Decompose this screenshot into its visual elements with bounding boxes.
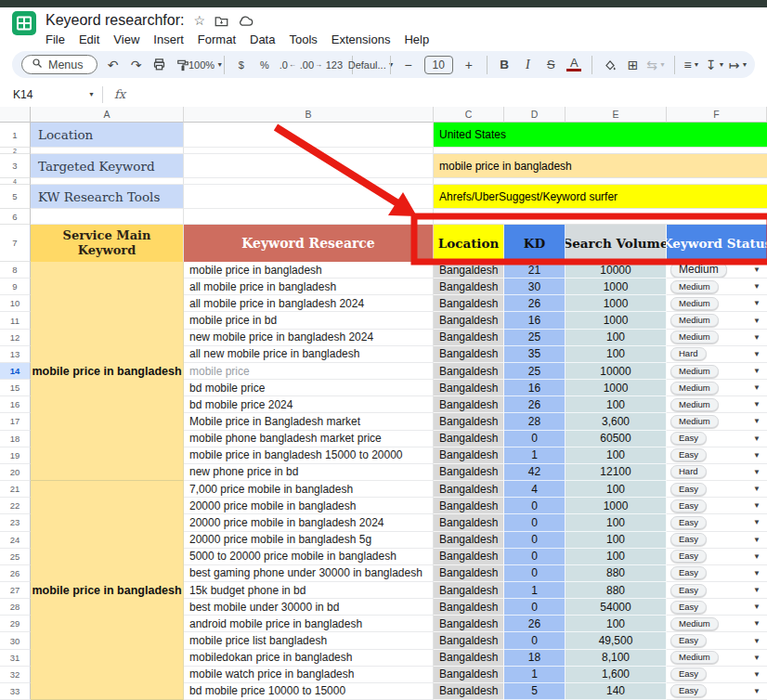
cell-search-volume[interactable]: 10000	[566, 262, 667, 279]
dropdown-arrow-icon[interactable]: ▼	[753, 687, 760, 695]
cell-kd[interactable]: 26	[504, 396, 566, 413]
cell-keyword[interactable]: mobile price	[184, 363, 434, 380]
row-number[interactable]: 1	[0, 123, 31, 148]
cell-keyword[interactable]: bd mobile price	[184, 380, 434, 396]
cell-keyword[interactable]: 5000 to 20000 price mobile in bangladesh	[184, 549, 434, 565]
cell-search-volume[interactable]: 8,100	[566, 650, 667, 667]
status-dropdown[interactable]: Easy	[670, 448, 707, 461]
cell-location[interactable]: Bangaldesh	[434, 481, 504, 498]
dropdown-arrow-icon[interactable]: ▼	[753, 350, 760, 358]
status-dropdown[interactable]: Medium	[670, 280, 719, 293]
status-dropdown[interactable]: Medium	[670, 382, 719, 395]
row-number[interactable]: 14	[0, 363, 31, 380]
column-header-d[interactable]: D	[504, 107, 566, 123]
status-dropdown[interactable]: Medium	[670, 617, 719, 630]
status-dropdown[interactable]: Hard	[670, 465, 707, 478]
dropdown-arrow-icon[interactable]: ▼	[753, 317, 760, 325]
decrease-decimal-button[interactable]: .0←	[280, 59, 295, 71]
cell-kw-research-tools-value[interactable]: Ahrefs/UberSuggest/Keyword surfer	[434, 185, 767, 209]
cell-kd[interactable]: 0	[504, 498, 566, 514]
row-number[interactable]: 11	[0, 312, 31, 329]
menu-edit[interactable]: Edit	[79, 32, 99, 46]
cell-kd[interactable]: 30	[504, 279, 566, 295]
cell-location[interactable]: Bangaldesh	[434, 498, 504, 514]
cell-location[interactable]: Bangaldesh	[434, 683, 504, 700]
status-dropdown[interactable]: Medium	[670, 331, 719, 344]
row-number[interactable]: 4	[0, 178, 31, 185]
dropdown-arrow-icon[interactable]: ▼	[753, 417, 760, 425]
cell-search-volume[interactable]: 1000	[566, 295, 667, 312]
status-dropdown[interactable]: Easy	[670, 601, 707, 614]
menu-data[interactable]: Data	[250, 32, 275, 46]
cell-kd[interactable]: 4	[504, 481, 566, 498]
dropdown-arrow-icon[interactable]: ▼	[753, 586, 760, 594]
column-header-a[interactable]: A	[31, 107, 184, 123]
row-number[interactable]: 7	[0, 225, 31, 262]
row-number[interactable]: 20	[0, 464, 31, 481]
cell-service-main-keyword[interactable]	[31, 667, 184, 683]
row-number[interactable]: 22	[0, 498, 31, 514]
star-icon[interactable]: ☆	[193, 13, 205, 28]
cell-keyword-status[interactable]: Medium▼	[667, 279, 767, 295]
cell-keyword[interactable]: mobile price in bangladesh	[184, 262, 434, 279]
cell-kd[interactable]: 0	[504, 565, 566, 582]
cell-kd[interactable]: 18	[504, 650, 566, 667]
cell-keyword-status[interactable]: Medium▼	[667, 380, 767, 396]
cell-kd[interactable]: 0	[504, 549, 566, 565]
cell-service-main-keyword[interactable]	[31, 532, 184, 549]
cell-search-volume[interactable]: 10000	[566, 363, 667, 380]
column-header-f[interactable]: F	[667, 107, 767, 123]
menu-insert[interactable]: Insert	[153, 32, 184, 46]
cell-keyword[interactable]: 7,000 price mobile in bangladesh	[184, 481, 434, 498]
cell-keyword-status[interactable]: Easy▼	[667, 582, 767, 599]
cell-keyword[interactable]: mobile price in bd	[184, 312, 434, 329]
cell-search-volume[interactable]: 1,600	[566, 667, 667, 683]
cell-location-label[interactable]: Location	[31, 123, 184, 148]
cell-keyword-status[interactable]: Easy▼	[667, 481, 767, 498]
cell-location[interactable]: Bangaldesh	[434, 413, 504, 430]
cell-kd[interactable]: 26	[504, 616, 566, 632]
select-all-corner[interactable]	[0, 107, 31, 123]
cell-keyword[interactable]: new mobile price in bangladesh 2024	[184, 330, 434, 346]
cell-kd[interactable]: 1	[504, 447, 566, 464]
cell-keyword[interactable]: mobile price list bangladesh	[184, 632, 434, 649]
cloud-saved-icon[interactable]	[238, 15, 254, 27]
menu-file[interactable]: File	[46, 32, 65, 46]
cell-keyword[interactable]: all mobile price in bangladesh 2024	[184, 295, 434, 312]
cell-location[interactable]: Bangaldesh	[434, 295, 504, 312]
dropdown-arrow-icon[interactable]: ▼	[753, 518, 760, 526]
status-dropdown[interactable]: Easy	[670, 516, 707, 529]
row-number[interactable]: 5	[0, 185, 31, 209]
bold-button[interactable]: B	[497, 58, 512, 71]
status-dropdown[interactable]: Medium	[670, 365, 719, 378]
dropdown-arrow-icon[interactable]: ▼	[753, 569, 760, 577]
cell-kd[interactable]: 21	[504, 262, 566, 279]
cell-location[interactable]: Bangaldesh	[434, 514, 504, 531]
cell-keyword[interactable]: Mobile price in Bangladesh market	[184, 413, 434, 430]
cell-keyword-status[interactable]: Medium▼	[667, 363, 767, 380]
cell-service-main-keyword[interactable]	[31, 262, 184, 279]
row-number[interactable]: 32	[0, 667, 31, 683]
cell-search-volume[interactable]: 100	[566, 481, 667, 498]
dropdown-arrow-icon[interactable]: ▼	[753, 299, 760, 307]
status-dropdown[interactable]: Easy	[670, 584, 707, 597]
cell-search-volume[interactable]: 60500	[566, 431, 667, 447]
cell-empty[interactable]	[184, 185, 434, 209]
status-dropdown[interactable]: Easy	[670, 684, 707, 697]
cell-kd[interactable]: 5	[504, 683, 566, 700]
cell-keyword[interactable]: all new mobile price in bangladesh	[184, 346, 434, 363]
merge-cells-button[interactable]: ⇆▼	[649, 58, 664, 72]
status-dropdown[interactable]: Medium	[670, 415, 719, 428]
cell-keyword-status[interactable]: Medium▼	[667, 650, 767, 667]
dropdown-arrow-icon[interactable]: ▼	[753, 367, 760, 375]
cell-keyword-status[interactable]: Medium▼	[667, 616, 767, 632]
row-number[interactable]: 2	[0, 148, 31, 154]
more-formats-button[interactable]: 123	[327, 59, 342, 71]
cell-keyword-status[interactable]: Hard▼	[667, 464, 767, 481]
cell-keyword-status[interactable]: Easy▼	[667, 632, 767, 649]
row-number[interactable]: 17	[0, 413, 31, 430]
column-header-e[interactable]: E	[566, 107, 667, 123]
cell-search-volume[interactable]: 100	[566, 447, 667, 464]
cell-kd[interactable]: 25	[504, 363, 566, 380]
cell-location[interactable]: Bangaldesh	[434, 312, 504, 329]
